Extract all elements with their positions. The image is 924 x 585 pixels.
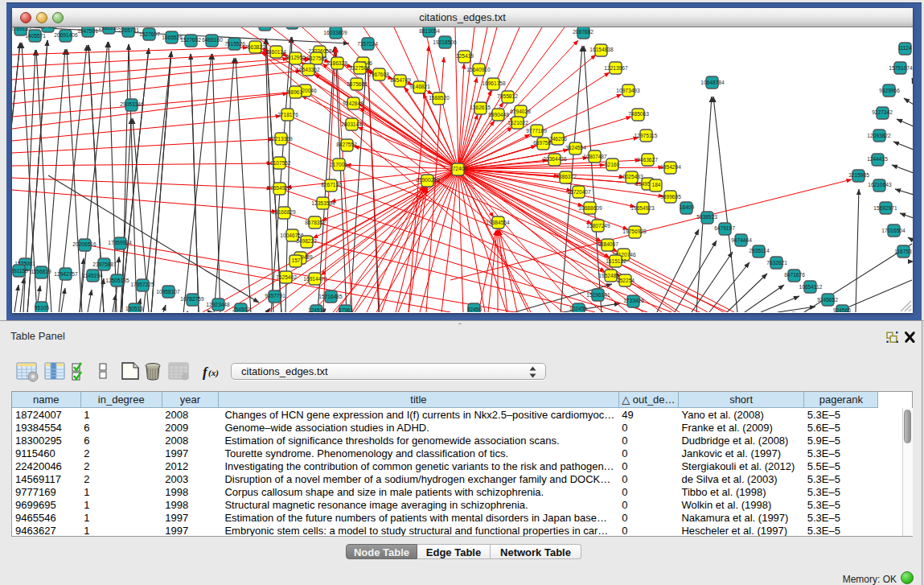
svg-text:1244415: 1244415 — [867, 156, 888, 162]
svg-text:17359924: 17359924 — [108, 240, 132, 245]
svg-text:8990448: 8990448 — [488, 112, 509, 117]
svg-text:17016504: 17016504 — [881, 228, 906, 233]
svg-text:1954294: 1954294 — [660, 164, 681, 170]
svg-text:15640910: 15640910 — [466, 67, 491, 72]
svg-text:5938923: 5938923 — [696, 214, 717, 220]
svg-text:17957225: 17957225 — [130, 282, 154, 287]
svg-text:9884067: 9884067 — [598, 241, 618, 247]
svg-text:98961: 98961 — [288, 89, 303, 95]
svg-text:9457791: 9457791 — [265, 293, 285, 299]
svg-text:9327505: 9327505 — [306, 56, 327, 61]
svg-text:15692971: 15692971 — [873, 205, 897, 211]
svg-text:20206516: 20206516 — [72, 241, 97, 247]
svg-text:12505135: 12505135 — [105, 278, 129, 283]
svg-text:87961: 87961 — [339, 307, 354, 312]
svg-text:9329966: 9329966 — [879, 88, 900, 93]
svg-text:16961758: 16961758 — [482, 80, 506, 86]
svg-text:325419: 325419 — [456, 53, 474, 59]
svg-text:124519: 124519 — [308, 307, 326, 312]
svg-text:8678352: 8678352 — [305, 220, 326, 225]
svg-text:8471676: 8471676 — [784, 272, 805, 278]
svg-text:12942757: 12942757 — [54, 271, 78, 277]
svg-text:7663822: 7663822 — [244, 44, 265, 50]
svg-text:1145194: 1145194 — [82, 273, 103, 278]
svg-text:3215985: 3215985 — [848, 172, 869, 178]
svg-text:2087682: 2087682 — [573, 29, 593, 35]
svg-text:1527602: 1527602 — [180, 37, 201, 43]
svg-text:20364436: 20364436 — [543, 156, 567, 162]
svg-text:3624554: 3624554 — [565, 145, 586, 150]
svg-text:7357224: 7357224 — [357, 41, 378, 47]
svg-text:10046756: 10046756 — [280, 233, 304, 238]
svg-text:150513: 150513 — [125, 306, 143, 311]
svg-text:11124: 11124 — [897, 45, 912, 51]
svg-text:2718176: 2718176 — [277, 112, 298, 117]
svg-text:8813054: 8813054 — [419, 28, 440, 34]
svg-text:1156819: 1156819 — [31, 269, 51, 274]
svg-text:746206: 746206 — [549, 136, 567, 142]
svg-text:254502: 254502 — [232, 307, 250, 312]
svg-text:10973493: 10973493 — [616, 88, 640, 93]
svg-text:9777169: 9777169 — [526, 128, 547, 134]
svg-text:10654112: 10654112 — [799, 284, 823, 290]
svg-text:2265731: 2265731 — [118, 27, 139, 33]
svg-text:12213369: 12213369 — [269, 136, 293, 142]
svg-text:9899695: 9899695 — [660, 194, 681, 200]
svg-text:95105: 95105 — [35, 305, 50, 311]
svg-text:15716485: 15716485 — [318, 294, 343, 299]
svg-text:6479197: 6479197 — [714, 225, 735, 231]
svg-text:184: 184 — [651, 182, 660, 187]
svg-text:12353594: 12353594 — [311, 200, 335, 206]
svg-text:(x): (x) — [208, 368, 219, 378]
svg-text:8186328: 8186328 — [326, 60, 347, 66]
svg-text:12213967: 12213967 — [604, 65, 628, 71]
svg-text:9245652: 9245652 — [817, 297, 838, 303]
svg-text:116753: 116753 — [894, 249, 912, 254]
svg-text:19218506: 19218506 — [433, 39, 457, 45]
svg-text:217006: 217006 — [330, 162, 347, 167]
svg-text:8860124: 8860124 — [265, 49, 286, 55]
svg-text:8267130: 8267130 — [321, 182, 342, 187]
svg-text:15196141: 15196141 — [586, 292, 610, 298]
svg-text:12923448: 12923448 — [206, 302, 230, 307]
svg-text:172400: 172400 — [450, 166, 467, 171]
svg-text:2803144: 2803144 — [341, 122, 362, 127]
svg-text:9327506: 9327506 — [349, 65, 370, 71]
svg-text:157: 157 — [291, 257, 300, 263]
svg-text:10025433: 10025433 — [619, 174, 643, 179]
svg-text:15720407: 15720407 — [567, 189, 591, 195]
svg-text:16033809: 16033809 — [323, 30, 347, 35]
svg-text:8454749: 8454749 — [390, 77, 411, 83]
svg-text:19384554: 19384554 — [486, 220, 510, 225]
svg-text:252254: 252254 — [617, 278, 634, 283]
svg-text:967310: 967310 — [39, 27, 57, 29]
svg-text:21900293: 21900293 — [416, 177, 440, 183]
svg-text:16914479: 16914479 — [303, 276, 327, 282]
svg-text:7515526: 7515526 — [224, 41, 245, 47]
svg-text:1527607: 1527607 — [139, 31, 160, 37]
svg-text:9474444: 9474444 — [731, 237, 752, 243]
svg-text:1405571: 1405571 — [25, 33, 46, 39]
svg-text:391159: 391159 — [12, 268, 28, 274]
svg-text:12975115: 12975115 — [634, 133, 658, 138]
svg-text:16154838: 16154838 — [589, 47, 614, 52]
svg-text:7485063: 7485063 — [628, 111, 649, 117]
svg-text:9463627: 9463627 — [637, 157, 658, 163]
svg-text:16210643: 16210643 — [868, 182, 892, 187]
svg-text:9227342: 9227342 — [872, 109, 893, 115]
svg-text:16409: 16409 — [680, 204, 695, 210]
svg-text:92450: 92450 — [467, 307, 483, 312]
svg-text:19654925: 19654925 — [267, 185, 291, 191]
svg-text:16107552: 16107552 — [267, 160, 291, 166]
svg-text:62160: 62160 — [605, 162, 620, 167]
svg-text:8427552: 8427552 — [336, 142, 357, 147]
svg-text:10958107: 10958107 — [156, 289, 180, 295]
svg-text:7625402: 7625402 — [276, 274, 297, 280]
svg-text:19166829: 19166829 — [272, 209, 296, 215]
svg-text:3875685: 3875685 — [347, 81, 368, 87]
svg-text:15807249: 15807249 — [586, 223, 610, 229]
svg-text:1986310: 1986310 — [98, 27, 119, 31]
svg-text:1615132: 1615132 — [606, 258, 626, 264]
svg-text:20691406: 20691406 — [54, 32, 78, 38]
svg-text:924565: 924565 — [833, 307, 851, 312]
